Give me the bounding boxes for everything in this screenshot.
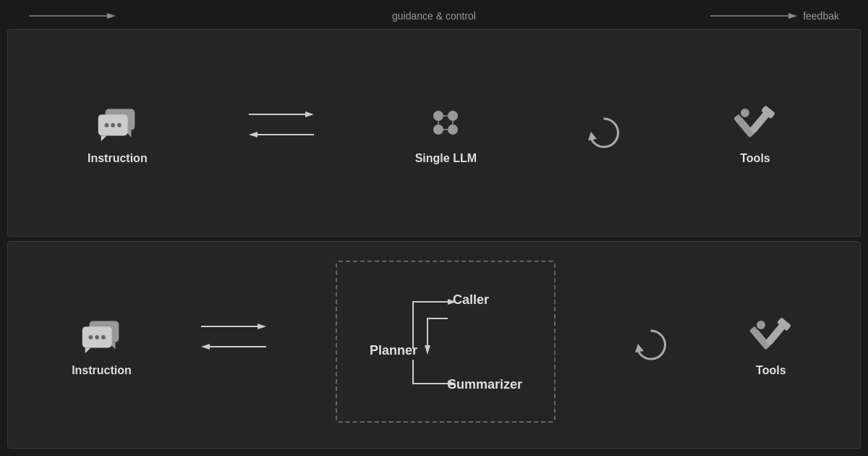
svg-marker-23 bbox=[588, 132, 597, 140]
tools-node-bottom: Tools bbox=[746, 313, 796, 377]
svg-point-16 bbox=[448, 111, 458, 121]
instruction-label-top: Instruction bbox=[88, 152, 148, 165]
svg-point-33 bbox=[95, 335, 100, 339]
llm-icon bbox=[420, 101, 471, 145]
svg-marker-42 bbox=[425, 345, 430, 355]
svg-marker-3 bbox=[788, 13, 797, 19]
svg-marker-31 bbox=[85, 347, 91, 353]
svg-point-34 bbox=[101, 335, 106, 339]
refresh-icon-bottom bbox=[626, 324, 676, 367]
instruction-node-top: Instruction bbox=[88, 101, 148, 165]
svg-marker-45 bbox=[635, 344, 644, 352]
svg-point-32 bbox=[89, 335, 93, 339]
svg-point-8 bbox=[105, 123, 109, 127]
svg-point-15 bbox=[433, 111, 443, 121]
arrow-right-top bbox=[249, 109, 314, 123]
refresh-icon-top bbox=[578, 111, 629, 155]
top-panel: Instruction bbox=[7, 29, 861, 237]
svg-marker-38 bbox=[201, 344, 210, 350]
svg-text:Summarizer: Summarizer bbox=[448, 377, 522, 392]
tools-icon-bottom bbox=[746, 313, 796, 357]
agent-diagram-svg: Caller Planner Summarizer bbox=[355, 276, 536, 407]
svg-point-10 bbox=[117, 123, 122, 127]
llm-node: Single LLM bbox=[415, 101, 477, 165]
chat-icon-top bbox=[92, 101, 142, 145]
svg-marker-12 bbox=[305, 111, 314, 117]
svg-point-9 bbox=[111, 123, 116, 127]
svg-point-17 bbox=[433, 124, 443, 135]
tools-label-bottom: Tools bbox=[756, 364, 786, 377]
instruction-label-bottom: Instruction bbox=[72, 364, 132, 377]
arrow-left-bottom bbox=[201, 341, 266, 355]
svg-point-18 bbox=[448, 124, 458, 135]
svg-point-47 bbox=[756, 320, 766, 330]
arrow-left-top bbox=[249, 129, 314, 143]
feedback-label: feedbak bbox=[803, 10, 839, 22]
bottom-panel: Instruction Caller bbox=[7, 241, 861, 449]
llm-label: Single LLM bbox=[415, 152, 477, 165]
header-right: feedbak bbox=[569, 10, 839, 22]
svg-text:Planner: Planner bbox=[370, 343, 417, 358]
svg-marker-14 bbox=[249, 132, 258, 138]
arrow-right-bottom bbox=[201, 321, 266, 335]
tools-icon-top bbox=[730, 101, 780, 145]
instruction-node-bottom: Instruction bbox=[72, 313, 132, 377]
header-center-label: guidance & control bbox=[299, 10, 569, 22]
svg-marker-1 bbox=[107, 13, 116, 19]
svg-marker-7 bbox=[101, 135, 107, 141]
header-left bbox=[29, 10, 299, 22]
multi-agent-box: Caller Planner Summarizer bbox=[336, 261, 556, 423]
bottom-arrows bbox=[201, 321, 266, 370]
header-row: guidance & control feedbak bbox=[7, 7, 861, 25]
tools-node-top: Tools bbox=[730, 101, 780, 165]
top-arrows bbox=[249, 109, 314, 158]
svg-point-25 bbox=[740, 108, 750, 118]
svg-text:Caller: Caller bbox=[453, 292, 489, 307]
tools-label-top: Tools bbox=[740, 152, 770, 165]
chat-icon-bottom bbox=[76, 313, 127, 357]
svg-marker-36 bbox=[258, 324, 266, 329]
